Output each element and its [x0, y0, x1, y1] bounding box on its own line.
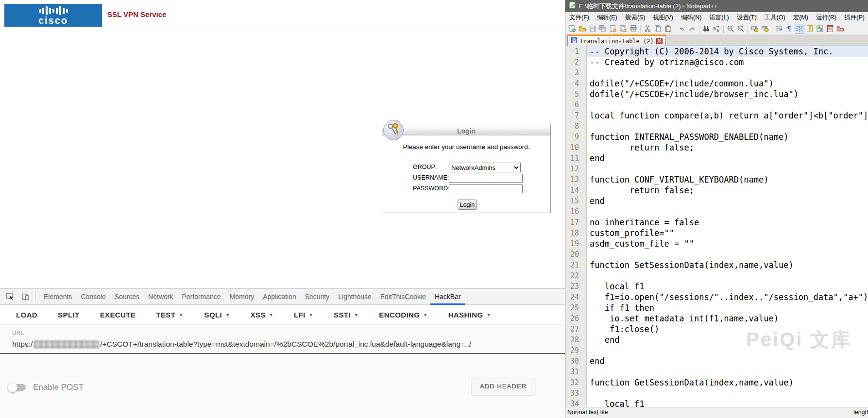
code-text	[587, 121, 868, 132]
copy-icon[interactable]	[653, 24, 663, 33]
find-icon[interactable]	[701, 24, 711, 33]
menu-label: EXECUTE	[100, 311, 136, 319]
divider	[772, 25, 772, 33]
hackbar-menu-execute[interactable]: EXECUTE	[100, 311, 136, 319]
line-number: 9	[565, 132, 587, 142]
new-file-icon[interactable]	[567, 24, 577, 33]
hackbar-menu-split[interactable]: SPLIT	[58, 311, 80, 319]
hackbar-menu-encoding[interactable]: ENCODING▼	[379, 311, 427, 319]
line-number: 8	[565, 121, 587, 132]
add-header-button[interactable]: ADD HEADER	[472, 377, 535, 395]
code-text: end	[587, 356, 868, 367]
show-all-chars-icon[interactable]: ¶	[784, 24, 794, 33]
code-text: return false;	[587, 142, 868, 153]
menu--[interactable]: 宏(M)	[789, 14, 812, 22]
tab-elements[interactable]: Elements	[39, 289, 76, 305]
tab-lighthouse[interactable]: Lighthouse	[334, 289, 376, 305]
code-text: dofile("/+CSCOE+/include/browser_inc.lua…	[587, 89, 868, 100]
line-number: 20	[565, 249, 587, 260]
cisco-bridge-bar	[66, 9, 68, 13]
sync-scroll-h-icon[interactable]	[760, 24, 770, 33]
redo-icon[interactable]	[687, 24, 697, 33]
chevron-down-icon: ▼	[269, 313, 273, 318]
enable-post-toggle[interactable]	[8, 381, 27, 393]
hackbar-menu-ssti[interactable]: SSTI▼	[334, 311, 358, 319]
file-tab[interactable]: translation-table (2) ✕	[567, 34, 666, 46]
doc-list-icon[interactable]	[825, 24, 835, 33]
save-all-icon[interactable]	[598, 24, 608, 33]
line-number: 30	[565, 356, 587, 367]
login-button[interactable]: Login	[458, 200, 477, 210]
username-field[interactable]	[449, 174, 523, 183]
tab-console[interactable]: Console	[76, 289, 110, 305]
menu--[interactable]: 运行(R)	[812, 14, 840, 22]
group-select[interactable]: NetworkAdmins	[449, 163, 521, 172]
menu--[interactable]: 视图(V)	[649, 14, 677, 22]
line-number: 17	[565, 217, 587, 228]
zoom-in-icon[interactable]	[726, 24, 735, 33]
zoom-out-icon[interactable]	[736, 24, 746, 33]
device-toolbar-icon[interactable]	[20, 292, 30, 301]
code-text	[587, 345, 868, 356]
menu--[interactable]: 编辑(E)	[593, 14, 621, 22]
hackbar-menu-lfi[interactable]: LFI▼	[294, 311, 313, 319]
indent-guide-icon[interactable]	[795, 24, 804, 33]
code-text: dofile("/+CSCOE+/include/common.lua")	[587, 78, 868, 89]
code-line: 7local function compare(a,b) return a["o…	[565, 110, 868, 121]
menu--[interactable]: 设置(T)	[733, 14, 761, 22]
line-number: 26	[565, 313, 587, 324]
folder-workspace-icon[interactable]	[835, 24, 845, 33]
paste-icon[interactable]	[663, 24, 673, 33]
page-title: SSL VPN Service	[107, 10, 166, 18]
tab-application[interactable]: Application	[258, 289, 301, 305]
tab-editthiscookie[interactable]: EditThisCookie	[376, 289, 430, 305]
replace-icon[interactable]: ab	[712, 24, 721, 33]
tab-memory[interactable]: Memory	[225, 289, 259, 305]
doc-map-icon[interactable]	[815, 24, 825, 33]
url-input[interactable]: https:/ /+CSCOT+/translation-table?type=…	[12, 339, 556, 350]
line-number: 16	[565, 206, 587, 217]
tab-network[interactable]: Network	[144, 289, 177, 305]
menu--[interactable]: 语言(L)	[705, 14, 732, 22]
close-doc-icon[interactable]	[608, 24, 618, 33]
open-folder-icon[interactable]	[578, 24, 587, 33]
doc-monitor-icon[interactable]	[805, 24, 815, 33]
menu--[interactable]: 文件(F)	[565, 14, 593, 22]
code-editor[interactable]: 1-- Copyright (C) 2006-2014 by Cisco Sys…	[565, 46, 868, 407]
menu--[interactable]: 工具(O)	[761, 14, 789, 22]
notepad-statusbar: Normal text file length	[565, 407, 868, 418]
hackbar-menu-sqli[interactable]: SQLI▼	[204, 311, 230, 319]
line-number: 2	[565, 57, 587, 67]
word-wrap-icon[interactable]	[774, 24, 784, 33]
cut-icon[interactable]	[643, 24, 652, 33]
menu--[interactable]: 搜索(S)	[621, 14, 649, 22]
password-field[interactable]	[449, 184, 523, 193]
tab-security[interactable]: Security	[301, 289, 334, 305]
tab-sources[interactable]: Sources	[110, 289, 144, 305]
code-line: 13function CONF_VIRTUAL_KEYBOARD(name)	[565, 174, 868, 185]
floppy-icon	[571, 37, 578, 46]
close-all-docs-icon[interactable]	[618, 24, 628, 33]
tab-hackbar[interactable]: HackBar	[430, 289, 465, 305]
inspect-icon[interactable]	[5, 292, 15, 301]
cisco-logo-text: cisco	[38, 16, 68, 25]
tab-performance[interactable]: Performance	[177, 289, 225, 305]
code-text: f1=io.open("/sessions/"..index.."/sessio…	[587, 292, 868, 302]
print-icon[interactable]	[629, 24, 638, 33]
url-label: URL	[12, 330, 24, 336]
hackbar-menu-test[interactable]: TEST▼	[156, 311, 183, 319]
code-line: 11end	[565, 153, 868, 164]
undo-icon[interactable]	[677, 24, 687, 33]
sync-scroll-v-icon[interactable]	[750, 24, 760, 33]
close-icon[interactable]: ✕	[656, 38, 663, 44]
hackbar-menu-load[interactable]: LOAD	[16, 311, 37, 319]
login-instruction: Please enter your username and password.	[382, 143, 550, 150]
menu--[interactable]: 插件(P)	[840, 14, 868, 22]
hackbar-menu-hashing[interactable]: HASHING▼	[448, 311, 491, 319]
code-text: custom_profile=""	[587, 228, 868, 238]
menu--[interactable]: 编码(N)	[677, 14, 705, 22]
code-text	[587, 249, 868, 260]
save-icon[interactable]	[588, 24, 597, 33]
hackbar-menu-xss[interactable]: XSS▼	[250, 311, 273, 319]
cisco-bridge-icon	[39, 6, 68, 16]
